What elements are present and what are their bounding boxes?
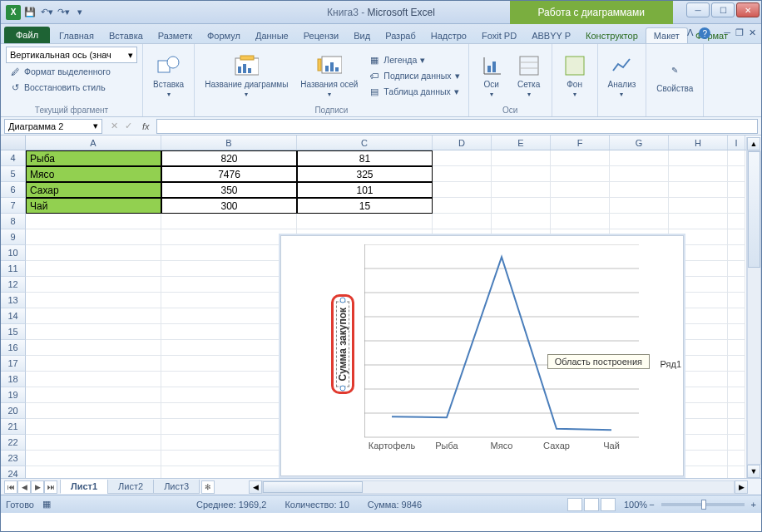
cell-H6[interactable] bbox=[669, 182, 728, 198]
cell-B12[interactable] bbox=[161, 277, 297, 293]
tab-Конструктор[interactable]: Конструктор bbox=[578, 28, 646, 43]
cell-B24[interactable] bbox=[161, 466, 297, 478]
cell-I23[interactable] bbox=[728, 451, 745, 466]
data-table-button[interactable]: ▤Таблица данных ▾ bbox=[365, 84, 463, 99]
cell-I17[interactable] bbox=[728, 356, 745, 372]
tab-Рецензи[interactable]: Рецензи bbox=[296, 28, 347, 43]
horizontal-scrollbar[interactable]: ◀ ▶ bbox=[249, 480, 748, 494]
macro-record-icon[interactable]: ▦ bbox=[42, 499, 51, 510]
sheet-nav-last[interactable]: ⏭ bbox=[44, 480, 57, 494]
row-header-18[interactable]: 18 bbox=[1, 372, 26, 387]
cell-A23[interactable] bbox=[26, 451, 161, 466]
tab-Разметк[interactable]: Разметк bbox=[151, 28, 200, 43]
tab-Главная[interactable]: Главная bbox=[52, 28, 101, 43]
scroll-down-button[interactable]: ▼ bbox=[747, 465, 760, 478]
view-normal-button[interactable] bbox=[567, 498, 582, 511]
enter-formula-icon[interactable]: ✓ bbox=[125, 121, 132, 131]
hscroll-thumb[interactable] bbox=[263, 481, 363, 493]
row-header-8[interactable]: 8 bbox=[1, 214, 26, 229]
cell-I8[interactable] bbox=[728, 214, 745, 229]
sheet-nav-next[interactable]: ▶ bbox=[31, 480, 44, 494]
cell-F5[interactable] bbox=[551, 166, 610, 182]
y-axis-title[interactable]: Сумма закупок bbox=[336, 302, 349, 387]
cell-I18[interactable] bbox=[728, 372, 745, 387]
reset-style-button[interactable]: ↺Восстановить стиль bbox=[6, 80, 137, 95]
cell-A24[interactable] bbox=[26, 466, 161, 478]
cell-A15[interactable] bbox=[26, 324, 161, 340]
cell-F7[interactable] bbox=[551, 198, 610, 214]
cell-G5[interactable] bbox=[610, 166, 669, 182]
axis-titles-button[interactable]: Названия осей▾ bbox=[295, 47, 363, 105]
cell-A13[interactable] bbox=[26, 293, 161, 308]
cell-A4[interactable]: Рыба bbox=[26, 150, 161, 166]
cell-B7[interactable]: 300 bbox=[161, 198, 297, 214]
cell-I10[interactable] bbox=[728, 245, 745, 261]
chart-legend[interactable]: Ряд1 bbox=[661, 359, 681, 369]
formula-input[interactable] bbox=[156, 119, 758, 134]
cell-I7[interactable] bbox=[728, 198, 745, 214]
cell-I22[interactable] bbox=[728, 435, 745, 451]
excel-icon[interactable]: X bbox=[6, 5, 21, 20]
format-selection-button[interactable]: 🖉Формат выделенного bbox=[6, 64, 137, 79]
name-box[interactable]: Диаграмма 2▾ bbox=[4, 119, 102, 134]
cell-B16[interactable] bbox=[161, 340, 297, 356]
cell-B10[interactable] bbox=[161, 245, 297, 261]
cell-B6[interactable]: 350 bbox=[161, 182, 297, 198]
gridlines-button[interactable]: Сетка▾ bbox=[512, 47, 547, 105]
row-header-12[interactable]: 12 bbox=[1, 277, 26, 293]
new-sheet-button[interactable]: ✻ bbox=[201, 480, 215, 494]
cell-I14[interactable] bbox=[728, 308, 745, 324]
tab-Разраб[interactable]: Разраб bbox=[378, 28, 423, 43]
axes-button[interactable]: Оси▾ bbox=[474, 47, 509, 105]
data-labels-button[interactable]: 🏷Подписи данных ▾ bbox=[365, 68, 463, 83]
data-series-line[interactable] bbox=[392, 257, 611, 430]
cell-A18[interactable] bbox=[26, 372, 161, 387]
cell-E8[interactable] bbox=[492, 214, 551, 229]
cell-I21[interactable] bbox=[728, 419, 745, 435]
row-header-11[interactable]: 11 bbox=[1, 261, 26, 277]
help-icon[interactable]: ? bbox=[699, 27, 710, 39]
row-header-5[interactable]: 5 bbox=[1, 166, 26, 182]
cell-A12[interactable] bbox=[26, 277, 161, 293]
cell-H7[interactable] bbox=[669, 198, 728, 214]
cell-I9[interactable] bbox=[728, 229, 745, 245]
fx-icon[interactable]: fx bbox=[142, 121, 150, 131]
cell-A7[interactable]: Чай bbox=[26, 198, 161, 214]
cell-D6[interactable] bbox=[433, 182, 492, 198]
cell-I5[interactable] bbox=[728, 166, 745, 182]
scroll-right-button[interactable]: ▶ bbox=[735, 480, 748, 494]
col-header-I[interactable]: I bbox=[728, 135, 745, 150]
tab-Foxit PD[interactable]: Foxit PD bbox=[474, 28, 524, 43]
chart-element-selector[interactable]: Вертикальная ось (знач▾ bbox=[6, 47, 137, 63]
save-icon[interactable]: 💾 bbox=[22, 5, 37, 20]
cell-F6[interactable] bbox=[551, 182, 610, 198]
tab-Вставка[interactable]: Вставка bbox=[101, 28, 151, 43]
col-header-C[interactable]: C bbox=[297, 135, 433, 150]
row-header-9[interactable]: 9 bbox=[1, 229, 26, 245]
cell-B18[interactable] bbox=[161, 372, 297, 387]
cell-H5[interactable] bbox=[669, 166, 728, 182]
cell-G4[interactable] bbox=[610, 150, 669, 166]
sheet-nav-first[interactable]: ⏮ bbox=[4, 480, 17, 494]
properties-button[interactable]: ✎Свойства bbox=[651, 47, 698, 105]
cell-D5[interactable] bbox=[433, 166, 492, 182]
cell-B15[interactable] bbox=[161, 324, 297, 340]
cell-B19[interactable] bbox=[161, 387, 297, 403]
sheet-tab-Лист2[interactable]: Лист2 bbox=[107, 480, 154, 494]
cell-E4[interactable] bbox=[492, 150, 551, 166]
cell-D7[interactable] bbox=[433, 198, 492, 214]
cell-A19[interactable] bbox=[26, 387, 161, 403]
insert-button[interactable]: Вставка▾ bbox=[148, 47, 189, 105]
cell-B4[interactable]: 820 bbox=[161, 150, 297, 166]
tab-file[interactable]: Файл bbox=[4, 27, 50, 43]
qat-more-icon[interactable]: ▾ bbox=[72, 5, 87, 20]
undo-icon[interactable]: ↶▾ bbox=[39, 5, 54, 20]
cell-B13[interactable] bbox=[161, 293, 297, 308]
sheet-tab-Лист1[interactable]: Лист1 bbox=[60, 480, 108, 494]
cell-E5[interactable] bbox=[492, 166, 551, 182]
sheet-tab-Лист3[interactable]: Лист3 bbox=[153, 480, 200, 494]
redo-icon[interactable]: ↷▾ bbox=[56, 5, 71, 20]
row-header-7[interactable]: 7 bbox=[1, 198, 26, 214]
select-all-corner[interactable] bbox=[1, 135, 26, 150]
row-header-19[interactable]: 19 bbox=[1, 387, 26, 403]
